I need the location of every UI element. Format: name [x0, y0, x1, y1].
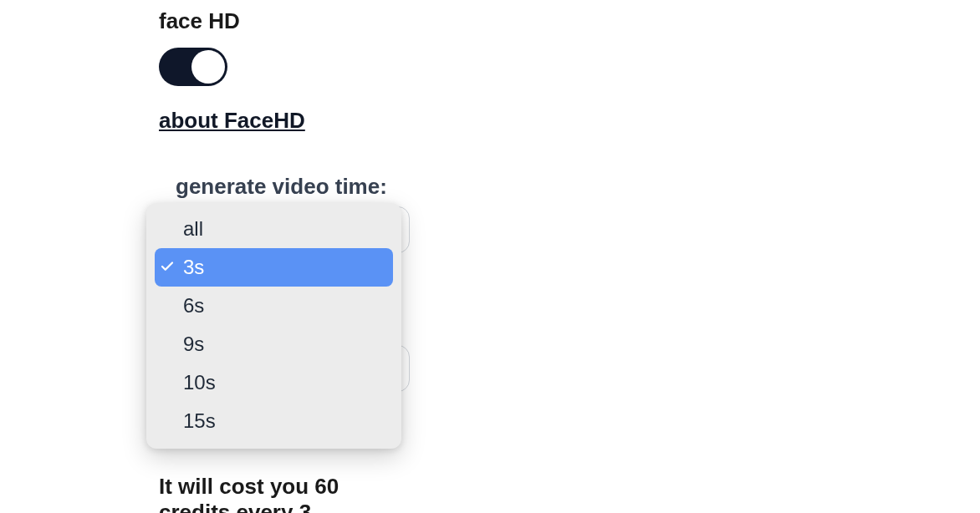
option-label: 6s: [183, 294, 204, 317]
option-label: 3s: [183, 256, 204, 279]
face-hd-toggle[interactable]: [159, 48, 227, 86]
video-time-label: generate video time:: [176, 174, 387, 200]
option-label: 10s: [183, 371, 216, 394]
option-10s[interactable]: 10s: [155, 363, 393, 402]
video-time-dropdown-menu: all 3s 6s 9s: [146, 203, 401, 449]
check-icon: [160, 256, 175, 279]
option-6s[interactable]: 6s: [155, 287, 393, 325]
face-hd-label: face HD: [159, 8, 387, 34]
option-all[interactable]: all: [155, 210, 393, 248]
option-label: 15s: [183, 409, 216, 433]
toggle-knob: [191, 50, 225, 84]
option-label: 9s: [183, 333, 204, 356]
option-3s[interactable]: 3s: [155, 248, 393, 287]
option-label: all: [183, 217, 203, 241]
cost-text: It will cost you 60 credits every 3 seco…: [159, 474, 387, 513]
option-9s[interactable]: 9s: [155, 325, 393, 363]
option-15s[interactable]: 15s: [155, 402, 393, 440]
about-facehd-link[interactable]: about FaceHD: [159, 108, 305, 134]
